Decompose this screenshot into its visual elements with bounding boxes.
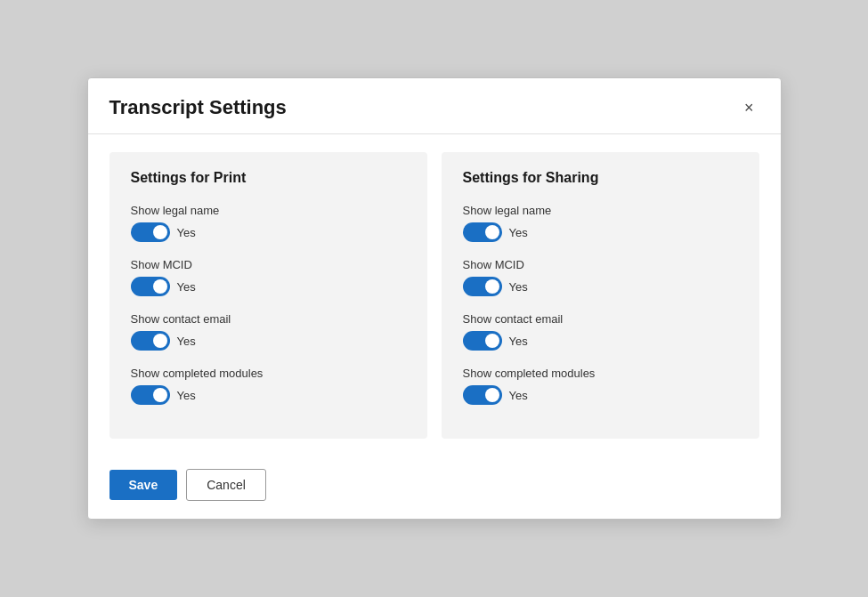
sharing-legal-name-row: Show legal name Yes	[463, 204, 738, 242]
sharing-contact-email-yes-label: Yes	[509, 335, 528, 348]
dialog-footer: Save Cancel	[88, 456, 781, 519]
print-completed-modules-label: Show completed modules	[131, 367, 406, 380]
sharing-completed-modules-row: Show completed modules Yes	[463, 367, 738, 405]
sharing-legal-name-toggle[interactable]	[463, 222, 502, 242]
sharing-mcid-yes-label: Yes	[509, 280, 528, 294]
print-completed-modules-toggle-row: Yes	[131, 385, 406, 405]
dialog-body: Settings for Print Show legal name Yes S…	[88, 134, 781, 456]
print-legal-name-row: Show legal name Yes	[131, 204, 406, 242]
sharing-completed-modules-toggle-row: Yes	[463, 385, 738, 405]
dialog-title: Transcript Settings	[110, 96, 287, 119]
print-mcid-row: Show MCID Yes	[131, 258, 406, 296]
print-contact-email-row: Show contact email Yes	[131, 312, 406, 351]
sharing-mcid-label: Show MCID	[463, 258, 738, 271]
print-legal-name-yes-label: Yes	[177, 226, 196, 239]
sharing-completed-modules-yes-label: Yes	[509, 389, 528, 402]
sharing-mcid-toggle[interactable]	[463, 277, 502, 296]
sharing-completed-modules-label: Show completed modules	[463, 367, 738, 380]
dialog-header: Transcript Settings ×	[88, 78, 781, 134]
sharing-legal-name-toggle-row: Yes	[463, 222, 738, 242]
print-completed-modules-toggle[interactable]	[131, 385, 170, 405]
print-mcid-toggle[interactable]	[131, 277, 170, 296]
print-completed-modules-row: Show completed modules Yes	[131, 367, 406, 405]
print-contact-email-toggle[interactable]	[131, 331, 170, 351]
sharing-legal-name-yes-label: Yes	[509, 226, 528, 239]
print-legal-name-toggle[interactable]	[131, 222, 170, 242]
print-mcid-label: Show MCID	[131, 258, 406, 271]
sharing-legal-name-label: Show legal name	[463, 204, 738, 217]
sharing-contact-email-toggle-row: Yes	[463, 331, 738, 351]
dialog-overlay: Transcript Settings × Settings for Print…	[0, 0, 868, 597]
print-completed-modules-yes-label: Yes	[177, 389, 196, 402]
save-button[interactable]: Save	[110, 470, 178, 500]
sharing-completed-modules-toggle[interactable]	[463, 385, 502, 405]
sharing-panel-title: Settings for Sharing	[463, 170, 738, 186]
sharing-settings-panel: Settings for Sharing Show legal name Yes…	[442, 152, 759, 439]
print-legal-name-label: Show legal name	[131, 204, 406, 217]
print-mcid-toggle-row: Yes	[131, 277, 406, 296]
print-settings-panel: Settings for Print Show legal name Yes S…	[110, 152, 427, 439]
sharing-mcid-row: Show MCID Yes	[463, 258, 738, 296]
sharing-contact-email-toggle[interactable]	[463, 331, 502, 351]
transcript-settings-dialog: Transcript Settings × Settings for Print…	[87, 77, 782, 520]
print-contact-email-yes-label: Yes	[177, 335, 196, 348]
print-contact-email-toggle-row: Yes	[131, 331, 406, 351]
close-button[interactable]: ×	[739, 98, 759, 117]
print-panel-title: Settings for Print	[131, 170, 406, 186]
cancel-button[interactable]: Cancel	[186, 469, 266, 501]
print-mcid-yes-label: Yes	[177, 280, 196, 294]
sharing-contact-email-row: Show contact email Yes	[463, 312, 738, 351]
print-legal-name-toggle-row: Yes	[131, 222, 406, 242]
sharing-mcid-toggle-row: Yes	[463, 277, 738, 296]
print-contact-email-label: Show contact email	[131, 312, 406, 326]
sharing-contact-email-label: Show contact email	[463, 312, 738, 326]
